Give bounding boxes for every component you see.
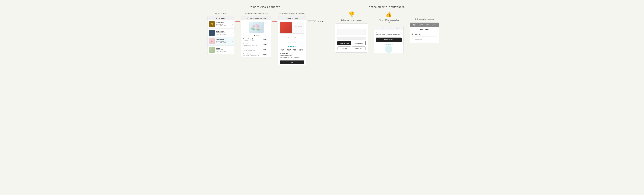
arrow-line [236, 21, 240, 22]
dot-c [322, 21, 323, 22]
before-btn-row-1: Continue card View address [337, 41, 366, 45]
my-orders-panel: MY ORDERS 🖼 Gallery Frame to Janet Smith… [207, 16, 234, 54]
order-title: Gallery Frame [216, 22, 231, 24]
svg-point-5 [256, 27, 259, 29]
half-action-copy[interactable]: ⧉ Copy card › [412, 32, 438, 37]
track-step-posted: Posted Dec 13 [293, 49, 296, 51]
track-date: Dec 11 [287, 50, 290, 51]
dot-2 [256, 35, 257, 36]
recipient-name: Jimbo Fisher 13 Nevem Square, London, UK [243, 43, 262, 46]
col1-label: My orders page [215, 13, 226, 14]
view-address-button[interactable]: View address [352, 41, 366, 45]
primary-track-label: Created [376, 28, 380, 28]
recipient-name: Ettore Ceretti 19 Slober Av, London, UK [243, 48, 262, 51]
recipient-chevron: › [269, 44, 270, 46]
track-label: Created [281, 49, 284, 50]
order-detail-title: MY ORDER: GREETING CARD [248, 18, 266, 19]
sections-wrapper: WIREFRAMES & CONCEPT My orders page MY O… [207, 6, 437, 65]
status-ordered: ORDERED [262, 54, 268, 55]
recipient-name: Yourself (3 copies) 177 Sloane St, Londo… [243, 38, 262, 41]
flower-card: Thinking of you [249, 22, 264, 32]
arrow-1 [235, 21, 240, 22]
recipient-row-4[interactable]: Jimmy Cowboy 1888 Lingam St, Houston, TX… [242, 52, 271, 57]
redesign-columns: 👎 Buttons logic before redesign × Contin… [335, 11, 439, 53]
recipient-detail: To: Ettore Ceretti 19 Slober Av, London,… [278, 52, 306, 59]
flower-svg: Thinking of you [250, 22, 263, 32]
status-posted: POSTED [263, 44, 268, 45]
col3-card-detail: Recipient details page, with tracking ‹ … [278, 13, 306, 65]
my-orders-header: MY ORDERS [208, 16, 234, 20]
copy-card-label: Copy card [415, 33, 436, 35]
half-track-label: Ordered [419, 24, 423, 25]
chevron-icon: › [232, 24, 233, 25]
half-label: Half-screen list of actions [416, 18, 434, 20]
col2-order-detail: Overview of multi-recipients order ‹ MY … [241, 13, 271, 57]
half-track-date: — [419, 25, 423, 26]
card-love-text: Love fromNadia x [296, 28, 300, 30]
primary-tracking: Created 10 Dec Ordered — Posted — [374, 26, 404, 30]
order-item[interactable]: Gallery Frame to Janet Smith + 3 Posted … [208, 28, 234, 37]
half-step-expected: Expected — [432, 24, 436, 26]
arrow-left-tip [235, 21, 236, 22]
half-other-options-title: Other options [412, 28, 438, 30]
track-dot-3 [292, 46, 294, 47]
tracking-dots [278, 45, 306, 48]
recipient-name: Jimmy Cowboy 1888 Lingam St, Houston, TX… [243, 53, 261, 56]
recipient-row-1[interactable]: Yourself (3 copies) 177 Sloane St, Londo… [242, 37, 271, 42]
order-item-greeting[interactable]: 🌸 Greeting card to Jimbo Gallert + 3 Pos… [208, 37, 234, 46]
track-step-created: Created Dec 11 [281, 49, 284, 51]
recipient-address: 19 Slober Av, London, UK [243, 50, 262, 51]
svg-point-2 [256, 24, 258, 26]
order-subtitle: to Janet Smith [216, 24, 231, 25]
arrow-2 [272, 21, 277, 22]
primary-step-created: Created 10 Dec [376, 28, 380, 30]
chevron-icon: › [232, 49, 233, 51]
order-info-4: Canvas to Janet Smith Posted 12 Dec 2018 [216, 47, 231, 52]
order-date: Posted 12 Dec 2018 [216, 51, 231, 52]
cta-button[interactable]: CTA [280, 60, 304, 64]
redesign-section: REDESIGN OF THE BUTTONS UX 👎 Buttons log… [335, 6, 439, 65]
svg-text:Thinking: Thinking [252, 28, 256, 28]
order-info-2: Gallery Frame to Janet Smith + 3 Posted … [216, 30, 231, 35]
track-label: Ordered [287, 49, 290, 50]
before-label: Buttons logic before redesign [341, 19, 362, 21]
track-dot-2 [290, 46, 292, 47]
half-step-created: Created 10 Dec [413, 24, 416, 26]
half-panel: Created 10 Dec Ordered — Posted — [410, 22, 439, 43]
recipient-row-3[interactable]: Ettore Ceretti 19 Slober Av, London, UK … [242, 47, 271, 52]
track-step-expected: Expected Dec 15 [299, 49, 303, 51]
copy-card-button[interactable]: Copy card [337, 46, 351, 50]
track-dot-4 [295, 46, 296, 47]
continue-card-button[interactable]: Continue card [337, 41, 351, 45]
before-btn-row-2: Copy card Delete card [337, 46, 366, 50]
order-date: Posted 12 Dec 2018 [216, 34, 231, 35]
half-action-delete[interactable]: ✕ Delete card › [412, 37, 438, 42]
order-subtitle: to Jimbo Gallert + 3 [216, 40, 231, 42]
teal-circle [385, 46, 392, 53]
half-track-label: Posted [426, 24, 429, 25]
delete-card-button[interactable]: Delete card [352, 46, 366, 50]
order-subtitle: to Janet Smith [216, 49, 231, 51]
half-track-date: 10 Dec [413, 25, 416, 26]
greeting-thumb: 🌸 [209, 38, 214, 44]
col3-label: Recipient details page, with tracking [279, 13, 305, 14]
half-track-label: Expected [432, 24, 436, 25]
card-hope-text: Hope you like the card! [294, 26, 302, 27]
card-left-half [280, 22, 292, 33]
card-detail-title: CARD TO JIMBO [288, 18, 298, 19]
primary-track-date: — [390, 28, 394, 30]
primary-track-label: Posted [390, 28, 394, 28]
order-item[interactable]: 🖼 Gallery Frame to Janet Smith Posted 12… [208, 20, 234, 28]
card-preview-split: Hope you like the card! Love fromNadia x [280, 22, 304, 34]
primary-to: to ... [376, 32, 402, 33]
primary-continue-button[interactable]: Continue card [376, 38, 402, 42]
envelope-svg [288, 36, 296, 43]
recipient-row-2[interactable]: Jimbo Fisher 13 Nevem Square, London, UK… [242, 42, 271, 47]
status-posted: POSTED [263, 49, 268, 50]
order-thumb-4 [209, 47, 214, 53]
order-info-1: Gallery Frame to Janet Smith Posted 12 D… [216, 22, 231, 27]
order-title: Canvas [216, 47, 231, 49]
recipient-name-text: Jimmy Cowboy [243, 53, 261, 55]
order-item[interactable]: Canvas to Janet Smith Posted 12 Dec 2018… [208, 46, 234, 54]
card-dots [242, 34, 271, 37]
